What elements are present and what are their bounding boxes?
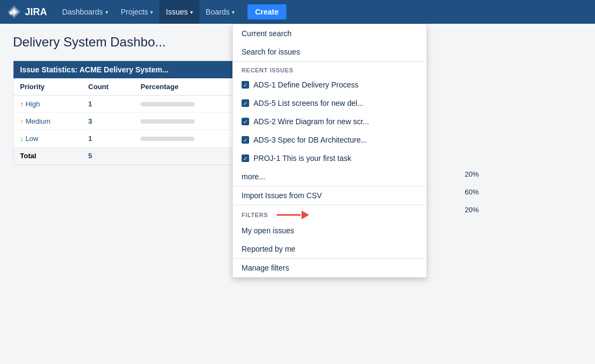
table-row: ↓ Low 1 (14, 130, 239, 147)
table-row: ↑ High 1 (14, 96, 239, 113)
jira-logo-icon: ✳ (6, 4, 22, 19)
priority-low-icon: ↓ (20, 134, 25, 143)
more-issues-item[interactable]: more... (233, 167, 426, 176)
count-cell: 1 (82, 130, 134, 147)
chevron-down-icon: ▾ (150, 9, 153, 15)
dropdown-search-section: Current search Search for issues (233, 24, 426, 62)
recent-issue-ads1[interactable]: ADS-1 Define Delivery Process (233, 76, 426, 94)
table-header-row: Priority Count Percentage (14, 78, 239, 96)
priority-medium-link[interactable]: Medium (25, 117, 50, 125)
navbar: ✳ JIRA Dashboards ▾ Projects ▾ Issues ▾ … (0, 0, 595, 24)
priority-cell: ↑ Medium (14, 113, 82, 130)
checkbox-icon (242, 118, 249, 125)
total-label: Total (14, 147, 82, 165)
chevron-down-icon: ▾ (190, 9, 193, 15)
checkbox-icon (242, 99, 249, 107)
percentage-cell (134, 113, 239, 130)
create-button[interactable]: Create (248, 4, 286, 19)
total-count: 5 (82, 147, 134, 165)
nav-item-boards[interactable]: Boards ▾ (199, 0, 241, 24)
recent-issue-ads5[interactable]: ADS-5 List screens for new del... (233, 94, 426, 112)
issue-statistics-table: Priority Count Percentage ↑ High 1 (14, 78, 239, 165)
logo[interactable]: ✳ JIRA (6, 4, 47, 19)
logo-text: JIRA (25, 6, 47, 18)
col-percentage: Percentage (134, 78, 239, 96)
priority-low-link[interactable]: Low (25, 134, 38, 143)
current-search-item[interactable]: Current search (233, 24, 426, 43)
recent-issues-heading: RECENT ISSUES (233, 62, 426, 76)
progress-bar-container (141, 119, 195, 124)
recent-issue-ads2[interactable]: ADS-2 Wire Diagram for new scr... (233, 112, 426, 131)
percentage-cell (134, 130, 239, 147)
checkbox-icon (242, 136, 249, 144)
count-cell: 3 (82, 113, 134, 130)
checkbox-icon (242, 154, 249, 162)
col-priority: Priority (14, 78, 82, 96)
dropdown-recent-section: RECENT ISSUES ADS-1 Define Delivery Proc… (233, 62, 426, 176)
nav-item-projects[interactable]: Projects ▾ (115, 0, 160, 24)
priority-cell: ↑ High (14, 96, 82, 113)
recent-issue-proj1[interactable]: PROJ-1 This is your first task (233, 149, 426, 167)
nav-item-issues[interactable]: Issues ▾ (159, 0, 199, 24)
priority-high-icon: ↑ (20, 100, 25, 108)
table-row: ↑ Medium 3 (14, 113, 239, 130)
col-count: Count (82, 78, 134, 96)
chevron-down-icon: ▾ (232, 9, 235, 15)
priority-high-link[interactable]: High (25, 100, 40, 108)
checkbox-icon (242, 81, 249, 89)
priority-cell: ↓ Low (14, 130, 82, 147)
count-cell: 1 (82, 96, 134, 113)
total-pct (134, 147, 239, 165)
nav-item-dashboards[interactable]: Dashboards ▾ (56, 0, 115, 24)
pct-high: 20% (465, 170, 479, 176)
progress-bar-container (141, 137, 195, 141)
svg-text:✳: ✳ (9, 11, 13, 16)
widget-header: Issue Statistics: ACME Delivery System..… (14, 61, 239, 78)
recent-issue-ads3[interactable]: ADS-3 Spec for DB Architecture... (233, 131, 426, 149)
issue-statistics-widget: Issue Statistics: ACME Delivery System..… (13, 60, 240, 165)
table-total-row: Total 5 (14, 147, 239, 165)
issues-dropdown: Current search Search for issues RECENT … (232, 24, 427, 176)
percentage-cell (134, 96, 239, 113)
priority-medium-icon: ↑ (20, 117, 25, 125)
progress-bar-container (141, 102, 195, 106)
chevron-down-icon: ▾ (105, 9, 108, 15)
search-issues-item[interactable]: Search for issues (233, 43, 426, 61)
